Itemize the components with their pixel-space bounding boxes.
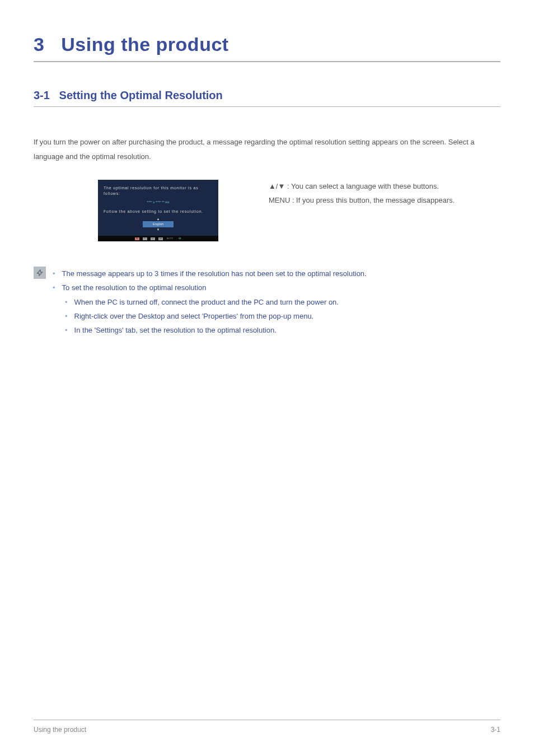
osd-language-value: English [143,221,174,227]
chapter-title: 3 Using the product [34,34,500,62]
note-item-2-text: To set the resolution to the optimal res… [62,283,207,292]
section-title: 3-1 Setting the Optimal Resolution [34,89,500,107]
osd-power-icon: ⏻ [177,237,182,240]
footer-right: 3-1 [491,726,500,734]
menu-explanation: MENU : If you press this button, the mes… [269,194,455,208]
osd-screenshot: The optimal resolution for this monitor … [98,180,218,241]
osd-button-bar: ✕ − + ▭ AUTO ⏻ [98,236,218,241]
intro-paragraph: If you turn the power on after purchasin… [34,135,500,164]
chapter-number: 3 [34,34,44,55]
button-explanation: ▲/▼ : You can select a language with the… [269,180,455,207]
note-icon [34,267,46,279]
note-sub-2: Right-click over the Desktop and select … [65,309,367,323]
osd-auto-label: AUTO [166,237,174,240]
note-sub-3: In the 'Settings' tab, set the resolutio… [65,323,367,337]
triangle-up-icon: ▲ [104,217,213,221]
osd-line2: Follow the above setting to set the reso… [104,209,213,214]
page-footer: Using the product 3-1 [34,720,500,734]
osd-line1: The optimal resolution for this monitor … [104,185,213,197]
note-sub-1: When the PC is turned off, connect the p… [65,295,367,309]
chapter-title-text: Using the product [61,34,228,55]
section-title-text: Setting the Optimal Resolution [59,89,223,101]
osd-menu-icon: ▭ [158,237,163,240]
osd-close-icon: ✕ [135,237,139,240]
instruction-row: The optimal resolution for this monitor … [34,180,500,241]
arrows-explanation: ▲/▼ : You can select a language with the… [269,180,455,194]
note-block: The message appears up to 3 times if the… [34,267,500,338]
note-sublist: When the PC is turned off, connect the p… [65,295,367,338]
note-item-2: To set the resolution to the optimal res… [53,281,367,337]
footer-left: Using the product [34,726,86,734]
triangle-down-icon: ▼ [104,227,213,232]
section-number: 3-1 [34,89,50,101]
osd-language-selector: ▲ English ▼ [104,217,213,232]
note-item-1: The message appears up to 3 times if the… [53,267,367,281]
osd-minus-icon: − [143,237,147,240]
osd-plus-icon: + [151,237,155,240]
note-list: The message appears up to 3 times if the… [53,267,367,338]
osd-resolution: **** x **** ** Hz [104,200,213,204]
